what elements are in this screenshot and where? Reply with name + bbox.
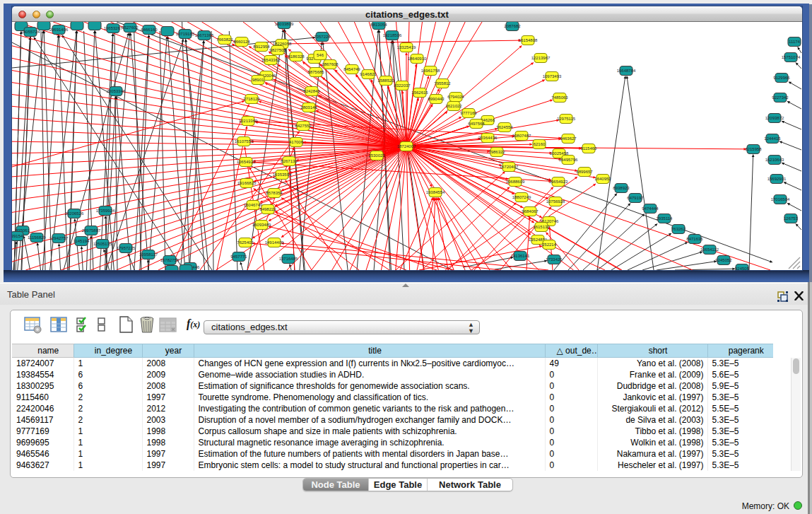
svg-text:18807249: 18807249 xyxy=(512,195,531,199)
svg-text:2530023: 2530023 xyxy=(368,153,385,158)
svg-text:8186328: 8186328 xyxy=(288,54,305,59)
svg-text:20691406: 20691406 xyxy=(49,28,69,32)
svg-text:1244415: 1244415 xyxy=(764,136,781,141)
svg-text:12093872: 12093872 xyxy=(765,116,784,120)
svg-text:7955812: 7955812 xyxy=(434,81,451,86)
svg-text:13325419: 13325419 xyxy=(397,45,416,49)
svg-text:11174: 11174 xyxy=(789,40,800,44)
svg-text:13716485: 13716485 xyxy=(279,257,298,261)
svg-text:8267130: 8267130 xyxy=(281,159,298,163)
svg-text:6466160: 6466160 xyxy=(141,28,158,32)
svg-text:6794024: 6794024 xyxy=(447,95,464,99)
svg-text:1562615: 1562615 xyxy=(411,90,428,95)
svg-text:16720407: 16720407 xyxy=(500,165,519,169)
svg-text:9227342: 9227342 xyxy=(772,95,789,100)
svg-text:9474444: 9474444 xyxy=(642,206,659,211)
svg-text:20206526: 20206526 xyxy=(65,211,84,216)
svg-text:1615132: 1615132 xyxy=(533,225,550,229)
svg-text:20053346: 20053346 xyxy=(107,89,126,93)
svg-text:9245052: 9245052 xyxy=(715,258,732,262)
svg-text:9146821: 9146821 xyxy=(360,72,377,76)
svg-text:62160: 62160 xyxy=(534,142,546,146)
svg-text:20975887: 20975887 xyxy=(82,228,101,233)
svg-text:2935114: 2935114 xyxy=(657,216,673,221)
svg-text:7663822: 7663822 xyxy=(216,37,233,42)
svg-text:10973493: 10973493 xyxy=(543,74,562,78)
svg-text:924505: 924505 xyxy=(735,267,750,270)
svg-text:17957225: 17957225 xyxy=(117,246,136,250)
svg-text:19166825: 19166825 xyxy=(237,181,257,185)
svg-text:8215958: 8215958 xyxy=(745,147,762,151)
svg-text:17359924: 17359924 xyxy=(96,209,115,213)
svg-text:10654923: 10654923 xyxy=(237,160,256,164)
svg-text:12213369: 12213369 xyxy=(239,119,258,123)
svg-text:8813054: 8813054 xyxy=(370,23,387,27)
svg-text:10688609: 10688609 xyxy=(506,180,525,184)
svg-text:20364436: 20364436 xyxy=(478,136,498,140)
svg-text:16353594: 16353594 xyxy=(273,173,292,177)
svg-text:252214: 252214 xyxy=(542,243,557,247)
svg-text:8322037: 8322037 xyxy=(394,83,411,88)
svg-text:7986322: 7986322 xyxy=(488,150,505,154)
svg-text:9777169: 9777169 xyxy=(460,111,477,115)
svg-text:7625402: 7625402 xyxy=(237,240,254,245)
svg-text:16782759: 16782759 xyxy=(160,258,180,262)
svg-text:7485063: 7485063 xyxy=(551,95,568,100)
svg-text:763262: 763262 xyxy=(671,227,686,231)
svg-text:6497568: 6497568 xyxy=(468,122,485,126)
svg-text:39154: 39154 xyxy=(12,234,23,238)
svg-text:1145194: 1145194 xyxy=(73,239,90,243)
svg-text:1640953: 1640953 xyxy=(594,177,611,181)
svg-text:12942757: 12942757 xyxy=(49,236,69,240)
svg-text:8912954: 8912954 xyxy=(253,45,270,49)
svg-text:19218506: 19218506 xyxy=(383,33,402,37)
svg-text:1621022: 1621022 xyxy=(445,104,462,108)
svg-text:9684067: 9684067 xyxy=(522,209,539,214)
svg-text:9463627: 9463627 xyxy=(560,136,577,141)
svg-text:2087682: 2087682 xyxy=(504,24,521,28)
svg-text:10653267: 10653267 xyxy=(104,26,123,30)
svg-text:6479197: 6479197 xyxy=(627,196,644,200)
svg-text:10958117: 10958117 xyxy=(139,252,158,257)
svg-text:9115460: 9115460 xyxy=(581,146,598,151)
svg-text:9457771: 9457771 xyxy=(230,255,247,259)
svg-text:9242843: 9242843 xyxy=(303,89,320,93)
svg-text:2718120: 2718120 xyxy=(243,97,260,101)
svg-text:10807487: 10807487 xyxy=(512,134,531,138)
svg-text:417006: 417006 xyxy=(289,140,304,144)
svg-text:10654112: 10654112 xyxy=(700,247,719,252)
svg-text:10719185: 10719185 xyxy=(176,32,195,36)
svg-text:7357224: 7357224 xyxy=(314,35,331,39)
svg-text:19384554: 19384554 xyxy=(426,190,445,194)
svg-text:8990443: 8990443 xyxy=(428,97,445,101)
svg-text:2867608: 2867608 xyxy=(322,62,339,66)
svg-text:14136141: 14136141 xyxy=(511,254,530,258)
svg-text:16648784: 16648784 xyxy=(617,69,636,73)
svg-text:16107553: 16107553 xyxy=(235,139,254,144)
svg-text:8471636: 8471636 xyxy=(686,237,703,241)
svg-text:16154808: 16154808 xyxy=(519,38,538,42)
svg-text:3498222: 3498222 xyxy=(259,207,276,211)
svg-text:1588520: 1588520 xyxy=(377,78,394,83)
svg-text:98901: 98901 xyxy=(252,78,264,82)
svg-text:16543362: 16543362 xyxy=(261,58,281,62)
svg-text:3624554: 3624554 xyxy=(496,125,513,129)
svg-text:16210643: 16210643 xyxy=(765,158,784,162)
svg-text:11156829: 11156829 xyxy=(28,235,46,240)
svg-text:14055724: 14055724 xyxy=(21,30,40,34)
svg-text:8578354: 8578354 xyxy=(266,191,283,195)
svg-text:546: 546 xyxy=(317,53,324,57)
svg-text:6899657: 6899657 xyxy=(576,170,593,174)
svg-text:1733426: 1733426 xyxy=(546,257,563,262)
svg-text:16093489: 16093489 xyxy=(252,223,271,227)
svg-text:3875685: 3875685 xyxy=(307,70,324,74)
svg-text:15751074: 15751074 xyxy=(782,55,801,59)
svg-text:126753: 126753 xyxy=(784,216,799,221)
svg-text:16495796: 16495796 xyxy=(559,158,578,162)
svg-text:18640910: 18640910 xyxy=(408,57,427,61)
svg-text:8938923: 8938923 xyxy=(613,186,630,190)
svg-text:14914409: 14914409 xyxy=(265,240,284,245)
svg-text:12505135: 12505135 xyxy=(93,242,112,246)
svg-text:8427552: 8427552 xyxy=(295,124,312,128)
svg-text:12975115: 12975115 xyxy=(557,117,576,121)
